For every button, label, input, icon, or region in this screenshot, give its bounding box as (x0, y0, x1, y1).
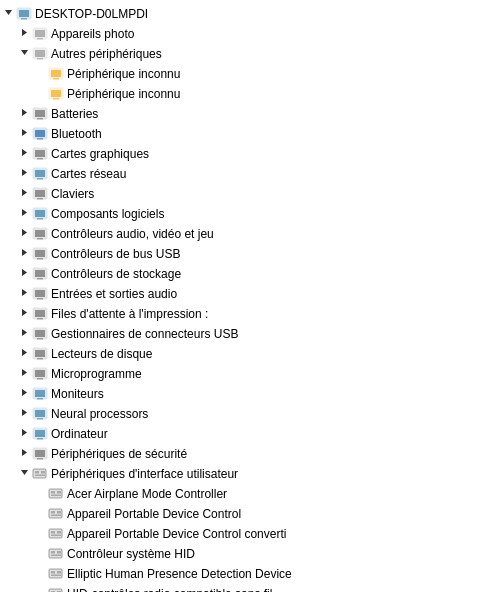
tree-item-label: Composants logiciels (51, 205, 500, 223)
tree-item-26[interactable]: Appareil Portable Device Control (0, 504, 500, 524)
tree-item-3[interactable]: Autres périphériques (0, 44, 500, 64)
tree-item-7[interactable]: Bluetooth (0, 124, 500, 144)
svg-rect-76 (35, 390, 45, 397)
tree-item-29[interactable]: Elliptic Human Presence Detection Device (0, 564, 500, 584)
expand-chevron[interactable] (16, 405, 32, 423)
expand-chevron[interactable] (16, 125, 32, 143)
tree-item-28[interactable]: Contrôleur système HID (0, 544, 500, 564)
expand-chevron[interactable] (16, 145, 32, 163)
tree-item-10[interactable]: Claviers (0, 184, 500, 204)
tree-item-18[interactable]: Lecteurs de disque (0, 344, 500, 364)
tree-item-label: Acer Airplane Mode Controller (67, 485, 500, 503)
expand-chevron[interactable] (16, 45, 32, 63)
tree-item-24[interactable]: Périphériques d'interface utilisateur (0, 464, 500, 484)
printer-icon (32, 306, 48, 322)
expand-chevron[interactable] (16, 385, 32, 403)
tree-item-2[interactable]: Appareils photo (0, 24, 500, 44)
svg-rect-104 (51, 531, 55, 534)
svg-rect-44 (35, 230, 45, 237)
svg-marker-74 (22, 389, 27, 396)
tree-item-25[interactable]: Acer Airplane Mode Controller (0, 484, 500, 504)
expand-chevron[interactable] (16, 285, 32, 303)
hid-device-icon (48, 566, 64, 582)
hid-device-icon (48, 586, 64, 592)
svg-rect-106 (51, 535, 61, 537)
svg-rect-61 (37, 318, 43, 320)
svg-rect-48 (35, 250, 45, 257)
svg-rect-2 (19, 10, 29, 17)
svg-rect-33 (37, 178, 43, 180)
tree-item-12[interactable]: Contrôleurs audio, vidéo et jeu (0, 224, 500, 244)
tree-item-15[interactable]: Entrées et sorties audio (0, 284, 500, 304)
svg-marker-50 (22, 269, 27, 276)
expand-chevron[interactable] (16, 105, 32, 123)
tree-item-14[interactable]: Contrôleurs de stockage (0, 264, 500, 284)
svg-rect-65 (37, 338, 43, 340)
svg-rect-64 (35, 330, 45, 337)
tree-item-label: Cartes graphiques (51, 145, 500, 163)
svg-rect-101 (57, 511, 61, 514)
storage-icon (32, 266, 48, 282)
expand-chevron[interactable] (16, 345, 32, 363)
hid-icon (32, 466, 48, 482)
tree-item-6[interactable]: Batteries (0, 104, 500, 124)
svg-rect-105 (57, 531, 61, 534)
tree-item-11[interactable]: Composants logiciels (0, 204, 500, 224)
svg-marker-70 (22, 369, 27, 376)
tree-item-19[interactable]: Microprogramme (0, 364, 500, 384)
tree-item-27[interactable]: Appareil Portable Device Control convert… (0, 524, 500, 544)
expand-chevron[interactable] (16, 325, 32, 343)
svg-rect-85 (37, 438, 43, 440)
device-icon (32, 46, 48, 62)
svg-marker-58 (22, 309, 27, 316)
svg-rect-52 (35, 270, 45, 277)
svg-rect-88 (35, 450, 45, 457)
tree-item-17[interactable]: Gestionnaires de connecteurs USB (0, 324, 500, 344)
expand-chevron[interactable] (16, 25, 32, 43)
svg-rect-102 (51, 515, 61, 517)
tree-item-21[interactable]: Neural processors (0, 404, 500, 424)
expand-chevron[interactable] (16, 305, 32, 323)
tree-item-1[interactable]: DESKTOP-D0LMPDI (0, 4, 500, 24)
tree-item-label: Ordinateur (51, 425, 500, 443)
svg-rect-89 (37, 458, 43, 460)
tree-item-label: Lecteurs de disque (51, 345, 500, 363)
expand-chevron[interactable] (16, 465, 32, 483)
battery-icon (32, 106, 48, 122)
expand-chevron[interactable] (16, 245, 32, 263)
tree-item-16[interactable]: Files d'attente à l'impression : (0, 304, 500, 324)
tree-item-23[interactable]: Périphériques de sécurité (0, 444, 500, 464)
expand-chevron[interactable] (16, 365, 32, 383)
tree-item-label: Elliptic Human Presence Detection Device (67, 565, 500, 583)
svg-marker-86 (22, 449, 27, 456)
svg-rect-84 (35, 430, 45, 437)
tree-item-20[interactable]: Moniteurs (0, 384, 500, 404)
expand-chevron[interactable] (16, 425, 32, 443)
tree-item-13[interactable]: Contrôleurs de bus USB (0, 244, 500, 264)
expand-chevron[interactable] (16, 445, 32, 463)
expand-chevron[interactable] (16, 165, 32, 183)
expand-chevron[interactable] (16, 185, 32, 203)
svg-rect-10 (35, 50, 45, 57)
svg-rect-100 (51, 511, 55, 514)
tree-item-22[interactable]: Ordinateur (0, 424, 500, 444)
expand-chevron[interactable] (16, 205, 32, 223)
tree-item-5[interactable]: Périphérique inconnu (0, 84, 500, 104)
svg-rect-80 (35, 410, 45, 417)
tree-item-8[interactable]: Cartes graphiques (0, 144, 500, 164)
svg-marker-62 (22, 329, 27, 336)
tree-item-label: Bluetooth (51, 125, 500, 143)
security-icon (32, 446, 48, 462)
svg-rect-13 (51, 70, 61, 77)
expand-chevron[interactable] (0, 5, 16, 23)
tree-item-4[interactable]: Périphérique inconnu (0, 64, 500, 84)
expand-chevron[interactable] (16, 225, 32, 243)
disk-icon (32, 346, 48, 362)
svg-rect-53 (37, 278, 43, 280)
tree-item-9[interactable]: Cartes réseau (0, 164, 500, 184)
expand-chevron[interactable] (16, 265, 32, 283)
tree-item-label: Neural processors (51, 405, 500, 423)
svg-rect-81 (37, 418, 43, 420)
tree-item-30[interactable]: HID-contrôles radio compatible sans fil (0, 584, 500, 592)
hid-device-icon (48, 506, 64, 522)
